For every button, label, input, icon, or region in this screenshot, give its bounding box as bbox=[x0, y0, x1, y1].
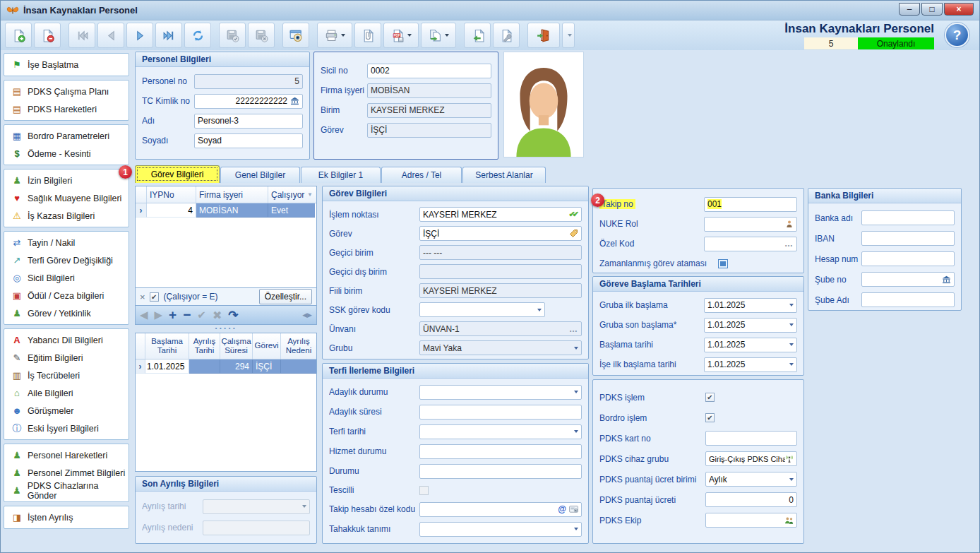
pdf-export-button[interactable]: PDF bbox=[383, 23, 419, 48]
nav-next-icon[interactable]: ▶ bbox=[155, 309, 163, 321]
team-icon[interactable] bbox=[784, 516, 794, 525]
nav-remove-icon[interactable]: − bbox=[183, 307, 191, 323]
copy-dropdown-arrow-icon[interactable] bbox=[445, 34, 449, 37]
sidebar-item-isten-ayrilis[interactable]: ◨İşten Ayrılış bbox=[4, 509, 129, 526]
grid-row-selected[interactable]: › 1.01.2025 294 İŞÇİ bbox=[136, 359, 316, 374]
dropdown-arrow-icon[interactable] bbox=[789, 304, 794, 307]
ise-ilk-baslama-combo[interactable]: 1.01.2025 bbox=[704, 357, 797, 372]
customize-button[interactable]: Özelleştir... bbox=[259, 289, 312, 304]
nav-redo-icon[interactable]: ↷ bbox=[228, 308, 238, 323]
dropdown-arrow-icon[interactable] bbox=[574, 391, 578, 393]
pdks-puantaj-ucreti-field[interactable]: 0 bbox=[705, 492, 797, 507]
sidebar-item-personel-zimmet[interactable]: ♟Personel Zimmet Bilgileri bbox=[4, 464, 129, 482]
pdf-dropdown-arrow-icon[interactable] bbox=[407, 34, 412, 37]
sidebar-item-is-tecrubeleri[interactable]: ▥İş Tecrübeleri bbox=[4, 367, 129, 384]
first-record-button[interactable] bbox=[68, 23, 95, 48]
grid-column-header[interactable]: Başlama Tarihi bbox=[145, 333, 189, 359]
revert-button[interactable] bbox=[464, 23, 491, 48]
durumu-input[interactable] bbox=[419, 464, 582, 479]
tab-ek-bilgiler-1[interactable]: Ek Bilgiler 1 bbox=[301, 167, 381, 183]
grid-row-selected[interactable]: › 4 MOBİSAN Evet bbox=[136, 203, 316, 218]
pdks-kart-no-input[interactable] bbox=[705, 431, 797, 446]
sicil-no-input[interactable] bbox=[367, 64, 491, 78]
preview-button[interactable] bbox=[282, 23, 309, 48]
ozel-kod-field[interactable]: … bbox=[704, 237, 797, 251]
grid-column-header[interactable]: IYPNo bbox=[147, 186, 196, 203]
takip-no-field[interactable]: 001 bbox=[704, 197, 797, 212]
person-icon[interactable] bbox=[785, 220, 794, 228]
sidebar-item-is-kazasi[interactable]: ⚠İş Kazası Bilgileri bbox=[4, 207, 129, 225]
takip-hesabi-ozel-kodu-field[interactable]: @ bbox=[419, 502, 582, 517]
new-record-button[interactable] bbox=[5, 23, 32, 48]
grid-column-header[interactable]: Çalışma Süresi bbox=[220, 333, 253, 359]
close-button[interactable]: × bbox=[944, 3, 974, 16]
save-button[interactable] bbox=[219, 23, 246, 48]
sidebar-item-eski-isyeri[interactable]: ⓘEski İşyeri Bilgileri bbox=[4, 420, 129, 437]
sidebar-item-odeme-kesinti[interactable]: $Ödeme - Kesinti bbox=[4, 145, 129, 162]
hesap-num-input[interactable] bbox=[861, 251, 955, 266]
tahakkuk-tanimi-combo[interactable] bbox=[419, 522, 582, 537]
banka-adi-input[interactable] bbox=[861, 210, 955, 225]
sidebar-item-ise-baslatma[interactable]: ⚑İşe Başlatma bbox=[4, 56, 129, 73]
tools-button[interactable] bbox=[493, 23, 520, 48]
pdks-cihaz-grubu-field[interactable]: Giriş-Çıkış PDKS Cihazı bbox=[705, 451, 797, 466]
sidebar-item-bordro-parametreleri[interactable]: ▦Bordro Parametreleri bbox=[4, 127, 129, 145]
pager-icons[interactable]: ◀▶ bbox=[302, 311, 312, 319]
refresh-button[interactable] bbox=[184, 23, 211, 48]
cell-firma[interactable]: MOBİSAN bbox=[196, 203, 268, 218]
gorev-gecmisi-grid[interactable]: Başlama Tarihi Ayrılış Tarihi Çalışma Sü… bbox=[135, 333, 317, 472]
sidebar-item-izin-bilgileri[interactable]: ♟İzin Bilgileri bbox=[4, 172, 129, 189]
sube-no-field[interactable] bbox=[861, 272, 955, 287]
nav-ok-icon[interactable]: ✔ bbox=[197, 309, 206, 321]
ellipsis-icon[interactable]: … bbox=[784, 239, 794, 249]
cell-calisiyor[interactable]: Evet bbox=[268, 203, 315, 218]
antenna-icon[interactable] bbox=[785, 455, 794, 463]
bank-icon[interactable] bbox=[942, 275, 951, 284]
sidebar-item-saglik-muayene[interactable]: ♥Sağlık Muayene Bilgileri bbox=[4, 189, 129, 207]
sidebar-item-pdks-calisma-plani[interactable]: ▤PDKS Çalışma Planı bbox=[4, 83, 129, 100]
maximize-button[interactable]: □ bbox=[921, 3, 943, 16]
card-preview-icon[interactable] bbox=[569, 505, 578, 513]
unvani-field[interactable]: ÜNVAN-1… bbox=[419, 321, 582, 336]
sidebar-item-egitim-bilgileri[interactable]: ✎Eğitim Bilgileri bbox=[4, 349, 129, 367]
sidebar-item-sicil-bilgileri[interactable]: ◎Sicil Bilgileri bbox=[4, 269, 129, 287]
grubu-combo[interactable]: Mavi Yaka bbox=[419, 340, 582, 355]
last-record-button[interactable] bbox=[155, 23, 182, 48]
pdks-puantaj-ucret-birimi-combo[interactable]: Aylık bbox=[705, 472, 797, 487]
adaylik-suresi-input[interactable] bbox=[419, 405, 582, 420]
cell-baslama-tarihi[interactable]: 1.01.2025 bbox=[145, 359, 189, 374]
nuke-rol-field[interactable] bbox=[704, 217, 797, 232]
dropdown-arrow-icon[interactable] bbox=[537, 309, 542, 311]
sidebar-item-terfi-gorev[interactable]: ↗Terfi Görev Değişikliği bbox=[4, 251, 129, 269]
government-building-icon[interactable] bbox=[290, 97, 299, 105]
isyeri-grid[interactable]: IYPNo Firma işyeri Çalışıyor▼ › 4 MOBİSA… bbox=[135, 186, 317, 288]
iban-input[interactable] bbox=[861, 231, 955, 246]
ssk-gorev-kodu-combo[interactable] bbox=[419, 302, 545, 317]
dropdown-arrow-icon[interactable] bbox=[574, 347, 578, 350]
next-record-button[interactable] bbox=[126, 23, 153, 48]
print-button[interactable] bbox=[317, 23, 352, 48]
clear-filter-icon[interactable]: × bbox=[140, 292, 145, 302]
minimize-button[interactable]: – bbox=[899, 3, 920, 16]
dropdown-arrow-icon[interactable] bbox=[789, 343, 794, 346]
terfi-tarihi-combo[interactable] bbox=[419, 424, 582, 439]
sidebar-item-odul-ceza[interactable]: ▣Ödül / Ceza bilgileri bbox=[4, 287, 129, 304]
cell-ayrilis-tarihi[interactable] bbox=[189, 359, 220, 374]
nav-cancel-icon[interactable]: ✖ bbox=[213, 309, 222, 322]
attachment-button[interactable] bbox=[354, 23, 381, 48]
sidebar-item-gorusmeler[interactable]: ☻Görüşmeler bbox=[4, 402, 129, 420]
delete-record-button[interactable] bbox=[34, 23, 61, 48]
baslama-tarihi-combo[interactable]: 1.01.2025 bbox=[704, 338, 797, 352]
cell-iypno[interactable]: 4 bbox=[147, 203, 196, 218]
islem-noktasi-field[interactable]: KAYSERİ MERKEZ✔✔ bbox=[419, 207, 582, 222]
grid-column-header[interactable]: Çalışıyor▼ bbox=[268, 186, 315, 203]
grid-column-header[interactable]: Görevi bbox=[253, 333, 281, 359]
grid-column-header[interactable]: Ayrılış Nedeni bbox=[281, 333, 316, 359]
exit-button[interactable] bbox=[527, 23, 560, 48]
double-check-icon[interactable]: ✔✔ bbox=[569, 210, 578, 219]
sube-adi-input[interactable] bbox=[861, 292, 955, 307]
adi-input[interactable] bbox=[194, 114, 303, 129]
sidebar-item-yabanci-dil[interactable]: AYabancı Dil Bilgileri bbox=[4, 331, 129, 349]
filter-icon[interactable]: ▼ bbox=[307, 191, 313, 198]
dropdown-arrow-icon[interactable] bbox=[789, 478, 794, 481]
